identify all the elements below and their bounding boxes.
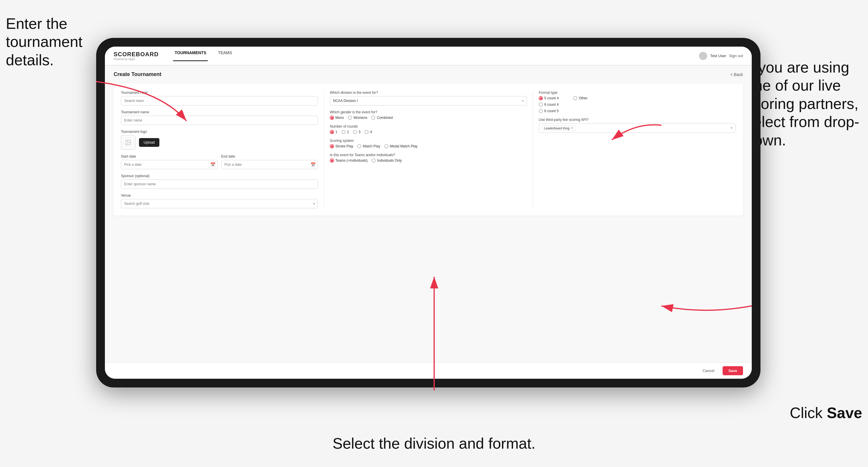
tournament-host-field: Tournament Host [121,91,318,105]
sponsor-label: Sponsor (optional) [121,174,318,178]
rounds-4-radio[interactable] [365,130,369,134]
end-date-label: End date [221,154,318,158]
nav-link-teams[interactable]: TEAMS [216,51,234,61]
format-5count4-label: 5 count 4 [544,96,559,100]
annotation-bottom-center: Select the division and format. [333,434,535,453]
col-divider-1 [324,91,324,208]
nav-signout[interactable]: Sign out [729,54,743,58]
gender-womens[interactable]: Womens [348,116,367,120]
rounds-1-radio[interactable] [330,130,334,134]
start-date-input[interactable] [121,160,218,169]
format-6count4[interactable]: 6 count 4 [539,102,559,106]
gender-womens-radio[interactable] [348,116,352,120]
scoring-medal-match-radio[interactable] [384,144,389,148]
venue-input[interactable] [121,199,318,208]
logo-upload-area: Upload [121,135,318,150]
gender-combined-label: Combined [377,116,393,120]
end-date-field: End date 📅 [221,154,318,169]
form-col-left: Tournament Host Tournament name Tourname… [121,91,318,208]
tournament-name-field: Tournament name [121,110,318,125]
nav-username: Test User [710,54,726,58]
upload-button[interactable]: Upload [139,138,159,147]
start-date-field: Start date 📅 [121,154,218,169]
top-nav: SCOREBOARD Powered by clippit TOURNAMENT… [105,46,752,66]
start-date-label: Start date [121,154,218,158]
nav-logo-main: SCOREBOARD [114,51,158,58]
form-footer: Cancel Save [105,363,752,379]
scoring-stroke[interactable]: Stroke Play [330,144,353,148]
scoring-match[interactable]: Match Play [357,144,380,148]
sponsor-field: Sponsor (optional) [121,174,318,189]
teams-radio-group: Teams (+Individuals) Individuals Only [330,158,527,162]
format-row: 5 count 4 6 count 4 6 count 5 [539,96,736,113]
format-type-label: Format type [539,91,736,95]
teams-plus-radio[interactable] [330,158,334,162]
api-tag-close[interactable]: ✕ [570,126,573,130]
form-col-right: Format type 5 count 4 6 count 4 [539,91,736,208]
format-6count5-label: 6 count 5 [544,109,559,113]
logo-placeholder [121,135,135,150]
rounds-3[interactable]: 3 [353,130,361,134]
scoring-medal-match[interactable]: Medal Match Play [384,144,417,148]
rounds-label: Number of rounds [330,124,527,128]
tournament-name-input[interactable] [121,116,318,125]
division-select[interactable]: NCAA Division I NCAA Division II NCAA Di… [330,96,527,105]
nav-user: Test User Sign out [699,52,743,60]
main-content: Create Tournament < Back Tournament Host… [105,66,752,363]
end-date-icon: 📅 [311,162,315,167]
start-date-wrapper: 📅 [121,160,218,169]
format-col-right: Other [573,96,587,100]
format-other[interactable]: Other [573,96,587,100]
venue-field: Venue ▾ [121,193,318,208]
format-5count4[interactable]: 5 count 4 [539,96,559,100]
rounds-2[interactable]: 2 [341,130,349,134]
gender-womens-label: Womens [353,116,367,120]
page-header: Create Tournament < Back [114,71,743,77]
rounds-2-radio[interactable] [341,130,346,134]
save-button[interactable]: Save [723,366,743,375]
gender-radio-group: Mens Womens Combined [330,116,527,120]
individuals-only[interactable]: Individuals Only [372,158,402,162]
rounds-3-radio[interactable] [353,130,357,134]
gender-mens-radio[interactable] [330,116,334,120]
rounds-1[interactable]: 1 [330,130,337,134]
sponsor-input[interactable] [121,180,318,189]
format-6count4-radio[interactable] [539,102,543,106]
scoring-stroke-radio[interactable] [330,144,334,148]
start-date-icon: 📅 [210,162,215,167]
annotation-top-right: If you are using one of our live scoring… [746,58,862,149]
individuals-only-radio[interactable] [372,158,376,162]
scoring-label: Scoring system [330,139,527,143]
gender-combined[interactable]: Combined [371,116,393,120]
nav-link-tournaments[interactable]: TOURNAMENTS [173,51,208,61]
teams-label: Is this event for Teams and/or Individua… [330,153,527,157]
api-tag-value: Leaderboard King [544,126,569,130]
page-title: Create Tournament [114,71,161,77]
format-6count5[interactable]: 6 count 5 [539,109,559,113]
scoring-stroke-label: Stroke Play [335,144,353,148]
gender-combined-radio[interactable] [371,116,375,120]
api-tag-input[interactable]: Leaderboard King ✕ ▾ [539,123,736,133]
tablet-frame: SCOREBOARD Powered by clippit TOURNAMENT… [96,38,761,387]
division-label: Which division is the event for? [330,91,527,95]
cancel-button[interactable]: Cancel [698,366,719,375]
scoring-match-radio[interactable] [357,144,361,148]
teams-plus-individuals[interactable]: Teams (+Individuals) [330,158,367,162]
rounds-4-label: 4 [370,130,372,134]
tournament-host-input[interactable] [121,96,318,105]
api-tag: Leaderboard King ✕ [542,125,575,131]
format-col-left: 5 count 4 6 count 4 6 count 5 [539,96,559,113]
format-other-label: Other [579,96,587,100]
format-other-radio[interactable] [573,96,577,100]
rounds-4[interactable]: 4 [365,130,372,134]
format-5count4-radio[interactable] [539,96,543,100]
scoring-radio-group: Stroke Play Match Play Medal Match Play [330,144,527,148]
api-dropdown-arrow[interactable]: ▾ [731,126,733,130]
format-6count5-radio[interactable] [539,109,543,113]
rounds-radio-group: 1 2 3 4 [330,130,527,134]
end-date-input[interactable] [221,160,318,169]
division-select-wrapper: NCAA Division I NCAA Division II NCAA Di… [330,96,527,105]
back-link[interactable]: < Back [731,72,743,77]
svg-point-1 [127,141,128,142]
gender-mens[interactable]: Mens [330,116,344,120]
